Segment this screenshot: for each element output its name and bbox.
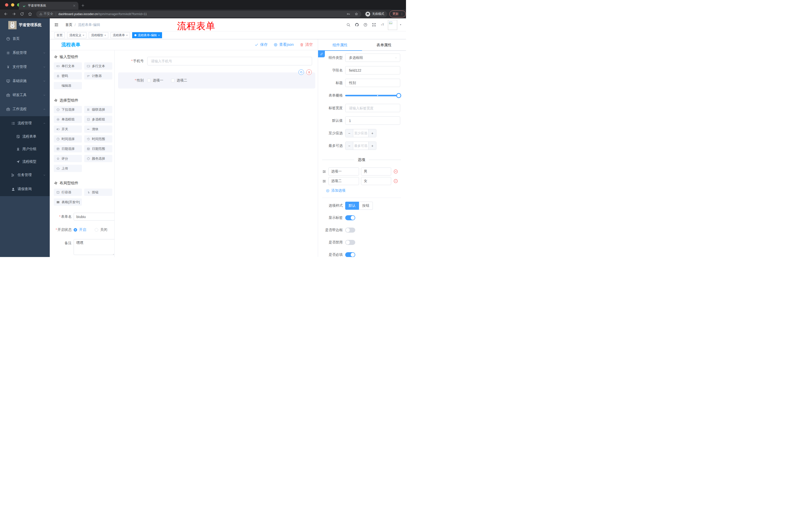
- collapse-sidebar-icon[interactable]: [54, 22, 59, 27]
- comp-item-checkbox-group[interactable]: 多选框组: [84, 116, 112, 123]
- comp-item-time-picker[interactable]: 时间选择: [54, 135, 82, 142]
- min-select-stepper[interactable]: − 至少应选 +: [345, 129, 376, 137]
- canvas-field-phone[interactable]: *手机号: [118, 57, 315, 65]
- back-button[interactable]: [4, 12, 8, 16]
- sidebar-item-infrastructure[interactable]: 基础设施: [0, 74, 50, 88]
- increase-button[interactable]: +: [369, 142, 376, 150]
- drag-handle-icon[interactable]: [322, 169, 326, 174]
- comp-item-date-range[interactable]: 日期范围: [84, 145, 112, 153]
- max-select-value[interactable]: 最多可选: [353, 142, 369, 150]
- sidebar-item-process-mgmt[interactable]: 流程管理: [0, 116, 50, 130]
- avatar[interactable]: [388, 20, 397, 30]
- drag-handle-icon[interactable]: [322, 179, 326, 183]
- comp-item-cascader[interactable]: 级联选择: [84, 106, 112, 113]
- comp-item-single-text[interactable]: 单行文本: [54, 62, 82, 70]
- sidebar-item-user-group[interactable]: 用户分组: [0, 143, 50, 155]
- minimize-window-button[interactable]: [11, 3, 14, 6]
- close-window-button[interactable]: [5, 3, 8, 6]
- save-button[interactable]: 保存: [255, 42, 267, 47]
- canvas-field-gender-selected[interactable]: *性别 选项一 选项二: [118, 73, 315, 88]
- disabled-toggle[interactable]: [345, 240, 355, 245]
- style-button-button[interactable]: 按钮: [359, 202, 373, 210]
- comp-item-multi-text[interactable]: 多行文本: [84, 62, 112, 70]
- sidebar-logo[interactable]: 芋道管理系统: [0, 18, 50, 32]
- browser-tab[interactable]: 芋道管理系统: [19, 2, 78, 9]
- comp-item-color-picker[interactable]: 颜色选择: [84, 155, 112, 162]
- comp-item-row-container[interactable]: 行容器: [54, 189, 82, 196]
- close-tag-icon[interactable]: ×: [158, 34, 160, 37]
- option-label-input[interactable]: [328, 177, 359, 185]
- decrease-button[interactable]: −: [345, 129, 353, 137]
- sidebar-item-process-form[interactable]: 流程表单: [0, 130, 50, 143]
- comp-item-select[interactable]: 下拉选择: [54, 106, 82, 113]
- remove-option-icon[interactable]: [393, 169, 398, 174]
- form-grid-slider[interactable]: [345, 95, 400, 96]
- show-label-toggle[interactable]: [345, 215, 355, 220]
- form-remark-textarea[interactable]: 嘿嘿: [74, 239, 115, 255]
- sidebar-item-payment-mgmt[interactable]: 支付管理: [0, 60, 50, 74]
- comp-item-table[interactable]: 表格[开发中]: [54, 198, 82, 206]
- comp-item-editor[interactable]: 编辑器: [54, 82, 82, 89]
- tab-process-model[interactable]: 流程模型 ×: [89, 32, 108, 38]
- reload-button[interactable]: [20, 12, 24, 16]
- not-secure-icon[interactable]: [39, 12, 42, 16]
- tab-form-props[interactable]: 表单属性: [362, 39, 406, 51]
- data-bind-button[interactable]: [318, 51, 325, 57]
- close-tag-icon[interactable]: ×: [83, 34, 84, 37]
- comp-item-counter[interactable]: 123计数器: [84, 72, 112, 79]
- delete-component-button[interactable]: [306, 70, 312, 75]
- font-size-icon[interactable]: TT: [380, 23, 385, 27]
- tab-process-definition[interactable]: 流程定义 ×: [67, 32, 86, 38]
- option-label-input[interactable]: [328, 167, 359, 175]
- add-option-button[interactable]: 添加选项: [326, 188, 403, 193]
- increase-button[interactable]: +: [369, 129, 376, 137]
- tab-home[interactable]: 首页: [54, 32, 65, 38]
- decrease-button[interactable]: −: [345, 142, 353, 150]
- option-value-input[interactable]: [361, 167, 391, 175]
- remove-option-icon[interactable]: [393, 179, 398, 184]
- github-icon[interactable]: [355, 23, 359, 27]
- title-input[interactable]: [345, 79, 400, 87]
- tab-process-form[interactable]: 流程表单 ×: [111, 32, 130, 38]
- bookmark-icon[interactable]: [354, 12, 358, 16]
- sidebar-item-home[interactable]: 首页: [0, 32, 50, 46]
- comp-item-slider[interactable]: 滑块: [84, 126, 112, 133]
- form-name-input[interactable]: [74, 213, 115, 220]
- fullscreen-icon[interactable]: [372, 23, 376, 27]
- style-default-button[interactable]: 默认: [345, 202, 359, 210]
- sidebar-item-dev-tools[interactable]: 研发工具: [0, 88, 50, 102]
- slider-handle[interactable]: [396, 93, 401, 98]
- comp-item-upload[interactable]: 上传: [54, 165, 82, 172]
- with-border-toggle[interactable]: [345, 227, 355, 233]
- comp-item-rate[interactable]: 评分: [54, 155, 82, 162]
- password-manager-icon[interactable]: [346, 12, 350, 16]
- copy-component-button[interactable]: [298, 70, 304, 75]
- close-tag-icon[interactable]: ×: [126, 34, 127, 37]
- view-json-button[interactable]: 查看json: [273, 42, 294, 47]
- clear-button[interactable]: 清空: [300, 42, 313, 47]
- max-select-stepper[interactable]: − 最多可选 +: [345, 141, 376, 150]
- help-icon[interactable]: [363, 23, 368, 27]
- gender-option-1-checkbox[interactable]: 选项一: [147, 78, 163, 83]
- forward-button[interactable]: [12, 12, 16, 16]
- component-type-select[interactable]: 多选框组: [345, 54, 400, 62]
- min-select-value[interactable]: 至少应选: [353, 129, 369, 137]
- comp-item-button[interactable]: 按钮: [84, 189, 112, 196]
- comp-item-radio-group[interactable]: 单选框组: [54, 116, 82, 123]
- update-browser-button[interactable]: 更新: [389, 10, 406, 17]
- comp-item-password[interactable]: 密码: [54, 72, 82, 79]
- tab-process-form-edit[interactable]: 流程表单-编辑 ×: [132, 32, 162, 38]
- sidebar-item-system-mgmt[interactable]: 系统管理: [0, 46, 50, 60]
- address-bar[interactable]: 不安全 dashboard.yudao.iocoder.cn/bpm/manag…: [36, 11, 361, 17]
- status-off-radio[interactable]: 关闭: [95, 227, 107, 232]
- status-on-radio[interactable]: 开启: [74, 227, 86, 232]
- label-width-input[interactable]: [345, 104, 400, 112]
- required-toggle[interactable]: [345, 252, 355, 257]
- option-value-input[interactable]: [361, 177, 391, 185]
- sidebar-item-leave-query[interactable]: 请假查询: [0, 182, 50, 196]
- form-canvas[interactable]: *手机号 *性别: [115, 50, 318, 257]
- comp-item-date-picker[interactable]: 日期选择: [54, 145, 82, 153]
- sidebar-item-process-model[interactable]: 流程模型: [0, 155, 50, 168]
- home-button[interactable]: [28, 12, 32, 16]
- sidebar-item-workflow[interactable]: 工作流程: [0, 102, 50, 116]
